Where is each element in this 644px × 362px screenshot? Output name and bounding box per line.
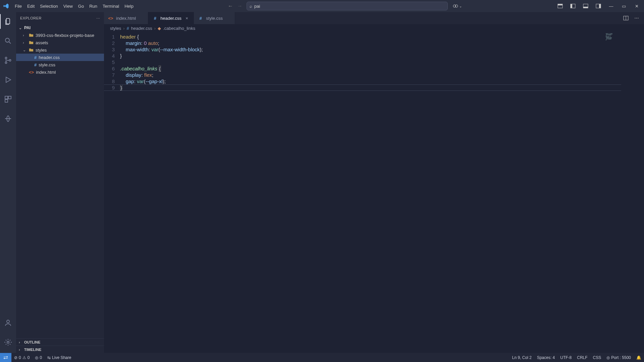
svg-rect-9 xyxy=(599,4,601,8)
broadcast-icon: ◎ xyxy=(606,355,610,360)
title-center: ← → ⌕ pai ⌄ xyxy=(136,0,554,12)
window-minimize[interactable]: — xyxy=(605,0,617,12)
nav-forward-icon[interactable]: → xyxy=(236,2,244,10)
window-close[interactable]: ✕ xyxy=(631,0,643,12)
status-problems[interactable]: ⊘0 ⚠0 xyxy=(11,353,32,362)
status-eol[interactable]: CRLF xyxy=(574,353,590,362)
settings-gear-icon[interactable] xyxy=(0,336,16,348)
status-spaces[interactable]: Spaces: 4 xyxy=(534,353,557,362)
menu-edit[interactable]: Edit xyxy=(24,0,37,12)
svg-rect-14 xyxy=(5,96,8,99)
code-content[interactable]: header { margin: 0 auto; max-width: var(… xyxy=(120,32,203,353)
workbench-body: EXPLORER ··· ⌄ PAI ›3993-css-flexbox-pro… xyxy=(0,12,644,353)
breadcrumbs[interactable]: styles › #header.css › ◆.cabecalho_links xyxy=(104,24,644,32)
vscode-logo-icon xyxy=(0,3,12,9)
svg-rect-5 xyxy=(571,4,572,8)
explorer-icon[interactable] xyxy=(0,15,16,27)
live-share-icon[interactable] xyxy=(0,113,16,125)
svg-point-11 xyxy=(5,57,7,59)
svg-point-13 xyxy=(9,60,11,61)
svg-rect-3 xyxy=(558,4,562,5)
svg-rect-7 xyxy=(583,7,588,8)
sidebar-title: EXPLORER ··· xyxy=(16,12,104,24)
minimap[interactable]: ████ █ ████ ██ █████ █ ██████ █ ████ ███… xyxy=(606,34,639,44)
window-maximize[interactable]: ▭ xyxy=(618,0,630,12)
status-encoding[interactable]: UTF-8 xyxy=(557,353,574,362)
run-debug-icon[interactable] xyxy=(0,74,16,86)
timeline-section[interactable]: ›TIMELINE xyxy=(16,346,104,353)
panel-left-icon[interactable] xyxy=(567,0,579,12)
tab[interactable]: #style.css xyxy=(194,12,235,24)
status-cursor[interactable]: Ln 9, Col 2 xyxy=(509,353,534,362)
menu-view[interactable]: View xyxy=(61,0,75,12)
copilot-icon[interactable]: ⌄ xyxy=(450,0,464,12)
command-center-search[interactable]: ⌕ pai xyxy=(247,2,448,10)
outline-section[interactable]: ›OUTLINE xyxy=(16,338,104,346)
status-ports[interactable]: 0 xyxy=(32,353,45,362)
sidebar-bottom: ›OUTLINE ›TIMELINE xyxy=(16,338,104,353)
tab[interactable]: #header.css× xyxy=(148,12,194,24)
layout-toggle-icon[interactable] xyxy=(554,0,566,12)
broadcast-icon xyxy=(35,355,38,360)
menu-selection[interactable]: Selection xyxy=(37,0,60,12)
line-gutter: 123456789 xyxy=(104,32,120,353)
menu-terminal[interactable]: Terminal xyxy=(100,0,122,12)
status-bell-icon[interactable]: 🔔 xyxy=(634,353,644,362)
split-editor-icon[interactable] xyxy=(621,13,631,23)
status-liveshare[interactable]: ⇆Live Share xyxy=(45,353,74,362)
menu-bar: File Edit Selection View Go Run Terminal… xyxy=(12,0,136,12)
menu-file[interactable]: File xyxy=(12,0,24,12)
status-go-live[interactable]: ◎Port : 5500 xyxy=(604,353,634,362)
file-tree: ›3993-css-flexbox-projeto-base›assets⌄st… xyxy=(16,32,104,76)
editor-group: <>index.html#header.css×#style.css ··· s… xyxy=(104,12,644,353)
more-actions-icon[interactable]: ··· xyxy=(632,13,641,23)
remote-indicator[interactable]: ⮂ xyxy=(0,353,11,362)
tree-item[interactable]: ›assets xyxy=(16,39,104,46)
nav-back-icon[interactable]: ← xyxy=(226,2,234,10)
status-language[interactable]: CSS xyxy=(590,353,604,362)
breadcrumb-symbol[interactable]: .cabecalho_links xyxy=(163,26,195,31)
tree-item[interactable]: <>index.html xyxy=(16,68,104,76)
tab[interactable]: <>index.html xyxy=(104,12,148,24)
menu-go[interactable]: Go xyxy=(75,0,87,12)
sidebar-more-icon[interactable]: ··· xyxy=(96,16,100,20)
panel-bottom-icon[interactable] xyxy=(580,0,592,12)
error-icon: ⊘ xyxy=(14,355,17,360)
menu-run[interactable]: Run xyxy=(87,0,100,12)
tree-item[interactable]: #style.css xyxy=(16,61,104,68)
editor-area[interactable]: 123456789 header { margin: 0 auto; max-w… xyxy=(104,32,644,353)
warning-icon: ⚠ xyxy=(22,355,26,360)
extensions-icon[interactable] xyxy=(0,93,16,105)
tree-item[interactable]: ›3993-css-flexbox-projeto-base xyxy=(16,32,104,39)
menu-help[interactable]: Help xyxy=(122,0,136,12)
search-activity-icon[interactable] xyxy=(0,35,16,47)
liveshare-icon: ⇆ xyxy=(47,355,51,360)
svg-rect-16 xyxy=(5,100,8,102)
title-right: — ▭ ✕ xyxy=(554,0,644,12)
panel-right-icon[interactable] xyxy=(592,0,604,12)
chevron-down-icon: ⌄ xyxy=(19,26,23,30)
svg-point-10 xyxy=(5,38,9,42)
tree-item[interactable]: ⌄styles xyxy=(16,46,104,54)
root-folder-label: PAI xyxy=(24,25,31,30)
activity-bar xyxy=(0,12,16,353)
search-value: pai xyxy=(254,4,260,9)
status-bar: ⮂ ⊘0 ⚠0 0 ⇆Live Share Ln 9, Col 2 Spaces… xyxy=(0,353,644,362)
source-control-icon[interactable] xyxy=(0,54,16,66)
svg-rect-15 xyxy=(8,96,11,99)
title-bar: File Edit Selection View Go Run Terminal… xyxy=(0,0,644,12)
svg-point-12 xyxy=(5,62,7,64)
search-icon: ⌕ xyxy=(250,4,252,9)
breadcrumb-file[interactable]: header.css xyxy=(131,26,152,31)
accounts-icon[interactable] xyxy=(0,317,16,329)
svg-point-17 xyxy=(7,320,9,323)
breadcrumb-folder[interactable]: styles xyxy=(110,26,121,31)
sidebar-title-label: EXPLORER xyxy=(20,16,42,20)
side-bar: EXPLORER ··· ⌄ PAI ›3993-css-flexbox-pro… xyxy=(16,12,104,353)
tree-item[interactable]: #header.css xyxy=(16,54,104,61)
explorer-root[interactable]: ⌄ PAI xyxy=(16,24,104,32)
tab-bar: <>index.html#header.css×#style.css ··· xyxy=(104,12,644,24)
close-tab-icon[interactable]: × xyxy=(184,16,190,21)
tab-actions: ··· xyxy=(621,12,644,24)
svg-point-18 xyxy=(7,341,9,343)
